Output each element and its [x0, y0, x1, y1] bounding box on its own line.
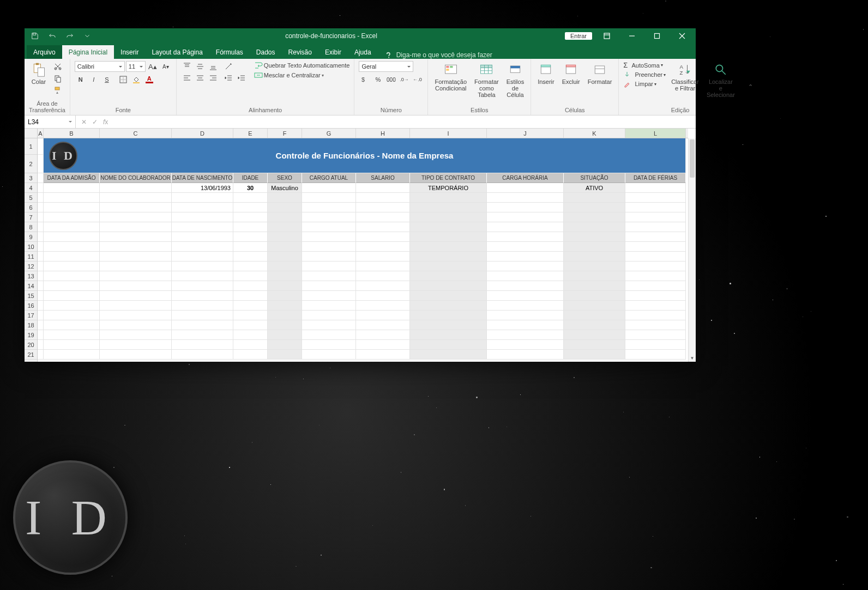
cell-B10[interactable] [44, 242, 100, 252]
cell-G4[interactable] [302, 183, 356, 193]
cell-H12[interactable] [356, 261, 410, 271]
row-header-16[interactable]: 16 [25, 301, 37, 311]
align-left-icon[interactable] [181, 73, 193, 84]
scroll-down-icon[interactable]: ▼ [689, 354, 696, 362]
cell-H8[interactable] [356, 222, 410, 232]
cell-A10[interactable] [38, 242, 44, 252]
insert-cells-button[interactable]: Inserir [535, 61, 557, 86]
column-header-J[interactable]: J [487, 129, 564, 138]
cell-B6[interactable] [44, 203, 100, 212]
cell-E17[interactable] [233, 311, 268, 320]
cell-K16[interactable] [564, 301, 625, 311]
cell-C9[interactable] [100, 232, 172, 242]
vertical-scrollbar[interactable]: ▲ ▼ [688, 138, 696, 362]
cell-L4[interactable] [625, 183, 686, 193]
cell-F12[interactable] [268, 261, 302, 271]
tab-f-rmulas[interactable]: Fórmulas [209, 45, 250, 59]
undo-icon[interactable] [46, 31, 58, 41]
cell-A17[interactable] [38, 311, 44, 320]
cell-F20[interactable] [268, 340, 302, 350]
cell-F19[interactable] [268, 330, 302, 340]
close-button[interactable] [672, 28, 692, 44]
cell-F7[interactable] [268, 212, 302, 222]
row-header-5[interactable]: 5 [25, 193, 37, 203]
column-header-D[interactable]: D [172, 129, 233, 138]
cell-K20[interactable] [564, 340, 625, 350]
cell-J5[interactable] [487, 193, 564, 203]
cell-K15[interactable] [564, 291, 625, 301]
cell-B21[interactable] [44, 350, 100, 360]
tab-dados[interactable]: Dados [250, 45, 282, 59]
cell-I17[interactable] [410, 311, 487, 320]
cell-I16[interactable] [410, 301, 487, 311]
row-header-9[interactable]: 9 [25, 232, 37, 242]
tab-ajuda[interactable]: Ajuda [348, 45, 378, 59]
cell-H20[interactable] [356, 340, 410, 350]
cell-B14[interactable] [44, 281, 100, 291]
cell-B16[interactable] [44, 301, 100, 311]
cell-B12[interactable] [44, 261, 100, 271]
signin-button[interactable]: Entrar [565, 32, 592, 40]
decrease-indent-icon[interactable] [222, 73, 234, 84]
increase-decimal-icon[interactable]: .0→ [398, 74, 410, 85]
cell-J13[interactable] [487, 271, 564, 281]
increase-font-icon[interactable]: A▴ [147, 61, 159, 72]
cell-K19[interactable] [564, 330, 625, 340]
cell-D17[interactable] [172, 311, 233, 320]
clear-button[interactable]: Limpar ▾ [623, 80, 666, 88]
tab-file[interactable]: Arquivo [27, 45, 62, 59]
cell-A6[interactable] [38, 203, 44, 212]
cell-D21[interactable] [172, 350, 233, 360]
cell-I21[interactable] [410, 350, 487, 360]
cell-C18[interactable] [100, 320, 172, 330]
row-header-18[interactable]: 18 [25, 320, 37, 330]
cell-C5[interactable] [100, 193, 172, 203]
borders-icon[interactable] [117, 74, 129, 85]
cell-F6[interactable] [268, 203, 302, 212]
cell-H16[interactable] [356, 301, 410, 311]
cell-D15[interactable] [172, 291, 233, 301]
cancel-formula-icon[interactable]: ✕ [81, 118, 87, 126]
cell-C15[interactable] [100, 291, 172, 301]
cell-L9[interactable] [625, 232, 686, 242]
align-top-icon[interactable] [181, 61, 193, 72]
format-cells-button[interactable]: Formatar [586, 61, 614, 86]
cell-K8[interactable] [564, 222, 625, 232]
cell-E7[interactable] [233, 212, 268, 222]
table-header-K[interactable]: SITUAÇÃO [564, 173, 625, 183]
save-icon[interactable] [29, 31, 41, 41]
cell-J14[interactable] [487, 281, 564, 291]
cell-L20[interactable] [625, 340, 686, 350]
cell-A14[interactable] [38, 281, 44, 291]
collapse-ribbon-icon[interactable]: ⌃ [742, 80, 760, 94]
cell-I9[interactable] [410, 232, 487, 242]
cell-L17[interactable] [625, 311, 686, 320]
cell-G7[interactable] [302, 212, 356, 222]
cell-E12[interactable] [233, 261, 268, 271]
cell-L7[interactable] [625, 212, 686, 222]
bold-icon[interactable]: N [75, 74, 87, 85]
cell-C12[interactable] [100, 261, 172, 271]
cell-D7[interactable] [172, 212, 233, 222]
cell-E20[interactable] [233, 340, 268, 350]
cell-B17[interactable] [44, 311, 100, 320]
align-middle-icon[interactable] [194, 61, 206, 72]
cell-A20[interactable] [38, 340, 44, 350]
cell-H18[interactable] [356, 320, 410, 330]
thousand-sep-icon[interactable]: 000 [385, 74, 397, 85]
cell-L11[interactable] [625, 252, 686, 261]
column-header-H[interactable]: H [356, 129, 410, 138]
cell-C21[interactable] [100, 350, 172, 360]
cell-E14[interactable] [233, 281, 268, 291]
enter-formula-icon[interactable]: ✓ [92, 118, 98, 126]
cell-B19[interactable] [44, 330, 100, 340]
cell-D18[interactable] [172, 320, 233, 330]
tab-revis-o[interactable]: Revisão [282, 45, 318, 59]
cell-L14[interactable] [625, 281, 686, 291]
cell-F16[interactable] [268, 301, 302, 311]
cell-B9[interactable] [44, 232, 100, 242]
fill-color-icon[interactable] [130, 74, 142, 85]
cell-A18[interactable] [38, 320, 44, 330]
fx-icon[interactable]: fx [103, 118, 108, 126]
conditional-formatting-button[interactable]: Formatação Condicional [432, 61, 469, 93]
